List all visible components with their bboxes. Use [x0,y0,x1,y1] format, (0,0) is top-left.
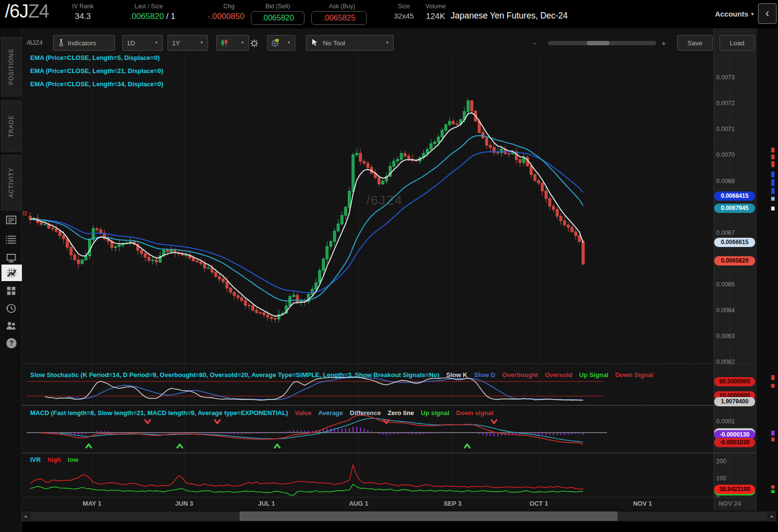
list-icon[interactable] [5,234,17,246]
legend-item: low [68,456,78,463]
accounts-caret-icon[interactable]: ▼ [750,12,755,17]
chart-style-dropdown[interactable]: ▼ [216,35,249,51]
zoom-slider-thumb[interactable] [587,41,609,45]
last-price: .0065820 [129,12,164,21]
axis-edge-tick [771,207,775,210]
people-icon[interactable] [5,320,17,331]
zoom-out-button[interactable]: - [533,39,536,47]
stoch-overbought-bubble: 80.0000000 [714,377,755,386]
accounts-menu[interactable]: Accounts [707,10,748,18]
tv-icon[interactable] [5,251,17,263]
left-sidebar: POSITIONS TRADE ACTIVITY [0,28,22,532]
down-signal-arrow [214,419,220,423]
zoom-in-button[interactable]: + [662,39,666,47]
tab-label: ACTIVITY [8,168,15,198]
bid-label: Bid (Sell) [253,3,302,10]
ema34-label: EMA (Price=CLOSE, Length=34, Displace=0) [30,80,163,88]
macd-title: MACD (Fast length=8, Slow length=21, MAC… [30,409,288,417]
price-candles-layer [29,98,585,323]
help-icon[interactable]: ? [6,338,17,348]
axis-tick: 0.0063 [716,333,755,340]
axis-tick: 0.0070 [716,152,755,158]
indicators-button[interactable]: Indicators [53,35,115,51]
axis-edge-tick [771,171,775,177]
timeframe-dropdown[interactable]: 1D ▼ [122,35,163,51]
ivr-title: IVR [30,456,41,463]
quote-header: /6JZ4 IV Rank 34.3 Last / Size .0065820 … [0,0,778,28]
down-signal-arrow [145,419,151,423]
ema34-line [30,152,583,293]
chevron-down-icon: ▼ [200,36,204,50]
axis-tick: 0.0073 [716,74,755,81]
axis-tick: 0.0067 [716,229,755,236]
axis-tick: 0.0069 [716,178,755,185]
stochastic-pane-canvas[interactable] [22,363,714,405]
axis-tick: 0.0062 [716,359,755,365]
news-icon[interactable] [5,214,17,226]
last-size-label: Last / Size [117,3,180,10]
macd-value-line [41,415,583,444]
legend-item: Down Signal [615,371,653,379]
time-axis-label: JUN 3 [167,500,201,507]
ask-button[interactable]: .0065825 [311,11,367,25]
ema21-line [30,135,583,301]
ema34-price-bubble: 0.0068415 [714,191,755,201]
ivr-legend: IVRhighlow [30,456,712,463]
macd-average-line [60,418,583,442]
chg-label: Chg [209,3,248,10]
scroll-right-button[interactable]: ▸ [769,512,776,521]
pane-divider[interactable] [22,453,756,454]
last-price-bubble: 0.0065820 [714,256,755,266]
zoom-slider-track[interactable] [548,41,656,45]
scrollbar-thumb[interactable] [240,512,617,521]
axis-edge-tick [771,188,775,194]
grid-icon[interactable] [5,285,17,297]
ema5-line [30,113,583,316]
chg-value: -.0000850 [184,12,245,21]
axis-edge-tick [771,197,775,201]
axis-tick: 0.0065 [716,281,755,288]
drawing-set-icon [271,38,280,47]
sidebar-tab-activity[interactable]: ACTIVITY [1,155,21,210]
tab-label: POSITIONS [8,49,15,85]
ivr-high-line [30,465,583,489]
time-axis-label: MAY 1 [75,500,109,507]
price-chart-canvas[interactable] [22,54,714,363]
active-tool-label: No Tool [323,39,345,47]
legend-item: Overbought [502,371,538,379]
gear-icon[interactable] [250,39,259,48]
save-button[interactable]: Save [677,35,713,51]
scrollbar-track[interactable] [30,512,768,521]
load-button[interactable]: Load [720,35,755,51]
active-tool-dropdown[interactable]: No Tool ▼ [306,35,394,51]
axis-tick: 200 [716,458,755,465]
candlestick-style-icon [221,39,228,47]
time-axis-label: NOV 24 [713,500,747,507]
bid-button[interactable]: .0065820 [251,11,304,25]
scroll-left-button[interactable]: ◂ [22,512,29,521]
instrument-description: Japanese Yen Futures, Dec-24 [451,11,568,21]
chevron-down-icon: ▼ [385,36,389,50]
time-axis-divider [22,497,756,497]
pane-divider[interactable] [22,405,756,406]
sidebar-tab-positions[interactable]: POSITIONS [1,37,21,96]
up-signal-arrow [464,444,470,448]
legend-item: Up signal [421,409,450,417]
history-icon[interactable] [5,303,17,314]
axis-edge-tick [771,161,775,167]
legend-item: Slow K [446,371,467,379]
axis-edge-tick [771,154,775,159]
drawing-set-dropdown[interactable]: ▼ [267,35,295,51]
pane-divider[interactable] [22,363,756,364]
chart-icon [6,267,18,279]
sidebar-tab-trade[interactable]: TRADE [1,100,21,152]
chart-tool-active-highlight[interactable] [1,265,22,281]
legend-item: Zero line [388,409,414,417]
ask-label: Ask (Buy) [315,3,369,10]
time-axis-label: AUG 1 [342,500,376,507]
last-size-value: .0065820 / 1 [97,12,175,21]
range-dropdown[interactable]: 1Y ▼ [168,35,208,51]
collapse-panel-button[interactable]: ‹ [758,3,777,24]
symbol: /6JZ4 [5,1,49,22]
macd-value-bubble: -0.0001030 [714,438,755,447]
